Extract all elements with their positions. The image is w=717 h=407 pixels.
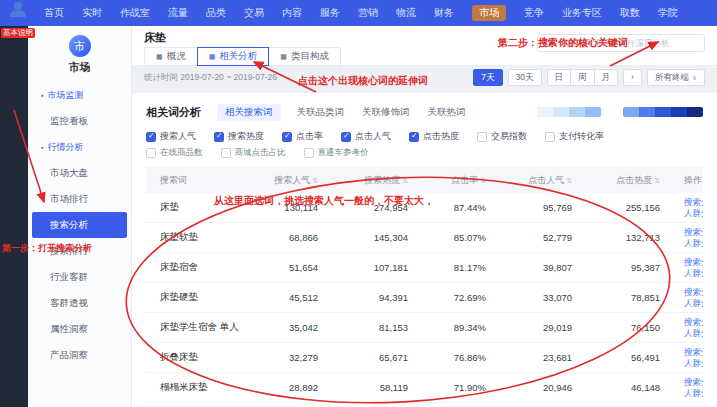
chevron-down-icon: ∨ xyxy=(692,74,697,81)
next-page-button[interactable]: › xyxy=(623,69,642,86)
sidebar-item-8[interactable]: 行业客群 xyxy=(28,264,131,290)
unit-button-2[interactable]: 周 xyxy=(570,69,595,86)
metric-3[interactable]: 直通车参考价 xyxy=(304,147,369,159)
action-link-2[interactable]: 人群分析 xyxy=(684,358,699,369)
nav-item-8[interactable]: 服务 xyxy=(320,8,340,18)
sidebar-item-10[interactable]: 属性洞察 xyxy=(28,316,131,342)
action-link-1[interactable]: 搜索分析 xyxy=(684,257,699,268)
terminal-dropdown[interactable]: 所有终端∨ xyxy=(647,69,705,86)
header-tab-1[interactable]: ▦概况 xyxy=(144,47,198,66)
market-logo-icon: 市 xyxy=(69,35,91,57)
action-link-2[interactable]: 人群分析 xyxy=(684,388,699,399)
nav-item-16[interactable]: 学院 xyxy=(658,8,678,18)
subtab-3[interactable]: 关联修饰词 xyxy=(360,104,412,121)
actions-cell: 搜索分析人群分析 xyxy=(678,343,703,373)
action-link-2[interactable]: 人群分析 xyxy=(684,298,699,309)
subtab-1[interactable]: 相关搜索词 xyxy=(217,104,281,121)
sidebar-item-7[interactable]: 搜索排行 xyxy=(28,238,131,264)
sidebar-item-1[interactable]: ▪市场监测 xyxy=(28,82,131,108)
metric-3[interactable]: 点击率 xyxy=(282,130,323,143)
search-word-cell: 床垫学生宿舍 单人 xyxy=(146,313,248,343)
sidebar-item-3[interactable]: ▪行情分析 xyxy=(28,134,131,160)
metric-2[interactable]: 商城点击占比 xyxy=(221,147,286,159)
column-header-1: 搜索词 xyxy=(146,167,248,193)
sort-icon[interactable]: ⇅ xyxy=(402,177,408,184)
subtab-2[interactable]: 关联品类词 xyxy=(295,104,347,121)
nav-item-7[interactable]: 内容 xyxy=(282,8,302,18)
action-link-2[interactable]: 人群分析 xyxy=(684,268,699,279)
range-button-1[interactable]: 7天 xyxy=(473,69,502,86)
nav-item-2[interactable]: 实时 xyxy=(82,8,102,18)
sort-icon[interactable]: ⇅ xyxy=(312,177,318,184)
column-header-6[interactable]: 点击热度⇅ xyxy=(590,167,678,193)
checkbox-icon[interactable] xyxy=(304,148,314,158)
sidebar-item-11[interactable]: 产品洞察 xyxy=(28,342,131,368)
sidebar-item-6[interactable]: 搜索分析 xyxy=(32,212,127,238)
sidebar-item-5[interactable]: 市场排行 xyxy=(28,186,131,212)
search-box[interactable] xyxy=(537,34,705,52)
action-link-1[interactable]: 搜索分析 xyxy=(684,317,699,328)
nav-item-3[interactable]: 作战室 xyxy=(120,8,150,18)
nav-item-12[interactable]: 市场 xyxy=(472,5,506,21)
nav-item-9[interactable]: 营销 xyxy=(358,8,378,18)
checkbox-icon[interactable] xyxy=(341,132,351,142)
action-link-2[interactable]: 人群分析 xyxy=(684,208,699,219)
sort-icon[interactable]: ⇅ xyxy=(566,177,572,184)
header-tab-3[interactable]: ▦类目构成 xyxy=(268,47,341,66)
header-tab-2[interactable]: ▦相关分析 xyxy=(197,47,270,66)
sidebar-item-2[interactable]: 监控看板 xyxy=(28,108,131,134)
checkbox-icon[interactable] xyxy=(409,132,419,142)
action-link-2[interactable]: 人群分析 xyxy=(684,238,699,249)
action-link-2[interactable]: 人群分析 xyxy=(684,328,699,339)
checkbox-icon[interactable] xyxy=(146,132,156,142)
sidebar-item-4[interactable]: 市场大盘 xyxy=(28,160,131,186)
column-header-5[interactable]: 点击人气⇅ xyxy=(504,167,590,193)
metric-7[interactable]: 支付转化率 xyxy=(545,130,604,143)
action-link-1[interactable]: 搜索分析 xyxy=(684,287,699,298)
content-header: 床垫 ▦概况▦相关分析▦类目构成 xyxy=(132,26,717,66)
unit-button-3[interactable]: 月 xyxy=(594,69,619,86)
nav-item-13[interactable]: 竞争 xyxy=(524,8,544,18)
subtab-4[interactable]: 关联热词 xyxy=(426,104,468,121)
checkbox-icon[interactable] xyxy=(146,148,156,158)
column-header-4[interactable]: 点击率⇅ xyxy=(426,167,504,193)
metric-1[interactable]: 在线商品数 xyxy=(146,147,203,159)
column-header-3[interactable]: 搜索热度⇅ xyxy=(336,167,426,193)
action-link-1[interactable]: 搜索分析 xyxy=(684,227,699,238)
nav-item-11[interactable]: 财务 xyxy=(434,8,454,18)
column-header-7: 操作 xyxy=(678,167,703,193)
legend-bar-dark xyxy=(623,107,703,117)
nav-item-1[interactable]: 首页 xyxy=(44,8,64,18)
action-link-1[interactable]: 搜索分析 xyxy=(684,197,699,208)
sort-icon[interactable]: ⇅ xyxy=(654,177,660,184)
action-link-1[interactable]: 搜索分析 xyxy=(684,377,699,388)
value-cell: 76.86% xyxy=(426,343,504,373)
unit-button-1[interactable]: 日 xyxy=(547,69,572,86)
nav-item-6[interactable]: 交易 xyxy=(244,8,264,18)
nav-item-10[interactable]: 物流 xyxy=(396,8,416,18)
value-cell: 68,866 xyxy=(248,223,336,253)
heat-legend xyxy=(537,107,703,117)
column-header-2[interactable]: 搜索人气⇅ xyxy=(248,167,336,193)
sidebar-item-9[interactable]: 客群透视 xyxy=(28,290,131,316)
metric-4[interactable]: 点击人气 xyxy=(341,130,391,143)
search-input[interactable] xyxy=(557,37,698,49)
metric-6[interactable]: 交易指数 xyxy=(477,130,527,143)
checkbox-icon[interactable] xyxy=(282,132,292,142)
value-cell: 32,279 xyxy=(248,343,336,373)
sort-icon[interactable]: ⇅ xyxy=(480,177,486,184)
range-button-2[interactable]: 30天 xyxy=(508,69,542,86)
metric-2[interactable]: 搜索热度 xyxy=(214,130,264,143)
checkbox-icon[interactable] xyxy=(214,132,224,142)
checkbox-icon[interactable] xyxy=(221,148,231,158)
nav-item-15[interactable]: 取数 xyxy=(620,8,640,18)
action-link-1[interactable]: 搜索分析 xyxy=(684,347,699,358)
nav-item-4[interactable]: 流量 xyxy=(168,8,188,18)
checkbox-icon[interactable] xyxy=(545,132,555,142)
metric-1[interactable]: 搜索人气 xyxy=(146,130,196,143)
metric-5[interactable]: 点击热度 xyxy=(409,130,459,143)
nav-item-14[interactable]: 业务专区 xyxy=(562,8,602,18)
checkbox-icon[interactable] xyxy=(477,132,487,142)
actions-cell: 搜索分析人群分析 xyxy=(678,253,703,283)
nav-item-5[interactable]: 品类 xyxy=(206,8,226,18)
